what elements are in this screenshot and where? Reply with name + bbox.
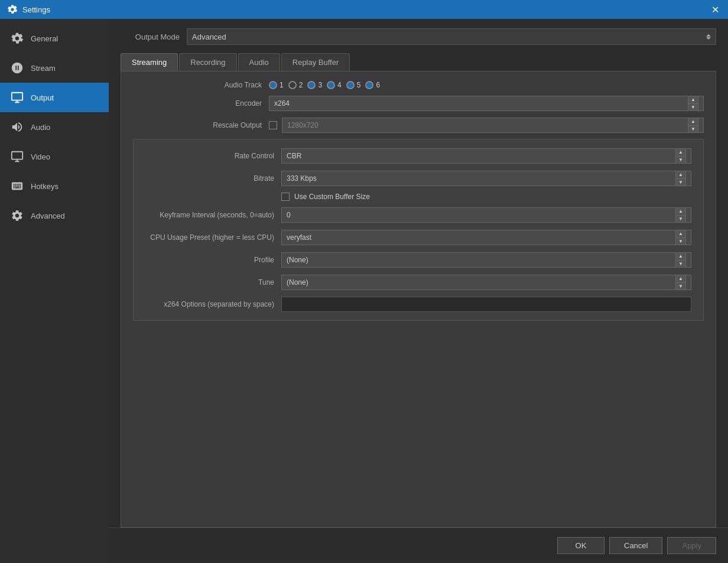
rate-control-select[interactable]: CBR ▲ ▼ [281,148,691,164]
tab-recording[interactable]: Recording [179,53,236,71]
tune-spin[interactable]: ▲ ▼ [675,275,686,290]
profile-select[interactable]: (None) ▲ ▼ [281,252,691,268]
cpu-usage-row: CPU Usage Preset (higher = less CPU) ver… [145,229,691,246]
content-area: Output Mode Advanced Streaming Recording [109,19,728,528]
cpu-usage-down[interactable]: ▼ [676,238,685,245]
output-icon [11,91,24,104]
cancel-button[interactable]: Cancel [609,537,662,554]
rate-control-value: CBR [287,152,301,160]
x264-options-row: x264 Options (separated by space) [145,297,691,312]
x264-input[interactable] [281,297,691,312]
stream-icon [11,61,24,74]
custom-buffer-checkbox[interactable] [281,193,290,201]
radio-2[interactable] [288,81,297,89]
bitrate-up[interactable]: ▲ [676,171,685,179]
radio-6[interactable] [365,81,373,89]
tune-row: Tune (None) ▲ ▼ [145,274,691,291]
bitrate-control: 333 Kbps ▲ ▼ [281,171,691,186]
sidebar-item-advanced[interactable]: Advanced [0,201,109,230]
keyframe-up[interactable]: ▲ [676,208,685,216]
bitrate-spin[interactable]: ▲ ▼ [675,171,686,186]
arrow-up-icon [706,34,711,37]
encoder-control: x264 ▲ ▼ [269,96,704,111]
profile-spin[interactable]: ▲ ▼ [675,252,686,268]
close-button[interactable]: ✕ [709,4,721,15]
track-num-1: 1 [280,81,284,89]
rescale-value: 1280x720 [287,121,318,129]
rescale-down[interactable]: ▼ [688,126,698,133]
encoder-row: Encoder x264 ▲ ▼ [133,95,704,112]
sidebar-item-video[interactable]: Video [0,142,109,171]
rate-control-up[interactable]: ▲ [676,149,685,157]
hotkeys-icon [11,180,24,193]
encoder-down[interactable]: ▼ [688,104,698,111]
radio-5[interactable] [346,81,355,89]
encoder-value: x264 [274,99,290,108]
keyframe-down[interactable]: ▼ [676,216,685,223]
rescale-up[interactable]: ▲ [688,118,698,126]
track-3[interactable]: 3 [307,81,322,89]
track-num-5: 5 [357,81,361,89]
bitrate-down[interactable]: ▼ [676,179,685,186]
rescale-row: Rescale Output 1280x720 ▲ ▼ [133,118,704,133]
sidebar-item-audio[interactable]: Audio [0,112,109,142]
audio-track-row: Audio Track 1 2 3 [133,81,704,89]
encoder-spin[interactable]: ▲ ▼ [688,96,698,111]
cpu-usage-select[interactable]: veryfast ▲ ▼ [281,230,691,245]
rate-control-spin[interactable]: ▲ ▼ [675,148,686,164]
svg-rect-3 [12,152,22,160]
radio-4[interactable] [327,81,335,89]
rescale-select[interactable]: 1280x720 ▲ ▼ [282,118,704,133]
output-mode-row: Output Mode Advanced [121,28,716,45]
cpu-usage-spin[interactable]: ▲ ▼ [675,230,686,245]
ok-button[interactable]: OK [557,537,604,554]
keyframe-input[interactable]: 0 ▲ ▼ [281,207,691,223]
bitrate-value: 333 Kbps [287,174,317,183]
sidebar-item-output[interactable]: Output [0,83,109,112]
tab-replay-buffer[interactable]: Replay Buffer [281,53,350,71]
rescale-spin[interactable]: ▲ ▼ [688,118,698,133]
profile-down[interactable]: ▼ [676,261,685,268]
encoder-up[interactable]: ▲ [688,96,698,104]
cpu-usage-up[interactable]: ▲ [676,230,685,238]
custom-buffer-label: Use Custom Buffer Size [294,193,370,201]
inner-panel: Rate Control CBR ▲ ▼ [133,139,704,321]
keyframe-spin[interactable]: ▲ ▼ [675,207,686,223]
tab-streaming[interactable]: Streaming [121,53,178,71]
tune-down[interactable]: ▼ [676,283,685,290]
sidebar: General Stream Output [0,19,109,563]
rescale-label: Rescale Output [133,121,269,129]
keyframe-value: 0 [287,211,291,219]
sidebar-item-general[interactable]: General [0,24,109,53]
track-5[interactable]: 5 [346,81,361,89]
output-mode-select[interactable]: Advanced [187,28,716,45]
radio-1[interactable] [269,81,277,89]
track-num-4: 4 [337,81,342,89]
track-num-6: 6 [376,81,380,89]
track-1[interactable]: 1 [269,81,284,89]
sidebar-label-hotkeys: Hotkeys [31,182,58,191]
rescale-checkbox[interactable] [269,121,277,129]
sidebar-label-general: General [31,34,58,43]
cpu-usage-control: veryfast ▲ ▼ [281,230,691,245]
tune-select[interactable]: (None) ▲ ▼ [281,275,691,290]
profile-up[interactable]: ▲ [676,253,685,261]
sidebar-item-hotkeys[interactable]: Hotkeys [0,171,109,201]
track-2[interactable]: 2 [288,81,303,89]
rate-control-row: Rate Control CBR ▲ ▼ [145,148,691,164]
encoder-select[interactable]: x264 ▲ ▼ [269,96,704,111]
svg-point-0 [12,67,15,69]
sidebar-item-stream[interactable]: Stream [0,53,109,83]
track-4[interactable]: 4 [327,81,342,89]
track-6[interactable]: 6 [365,81,380,89]
tab-audio[interactable]: Audio [238,53,280,71]
track-num-3: 3 [318,81,322,89]
gear-icon [11,32,24,45]
bitrate-input[interactable]: 333 Kbps ▲ ▼ [281,171,691,186]
apply-button[interactable]: Apply [667,537,716,554]
tune-up[interactable]: ▲ [676,275,685,283]
profile-row: Profile (None) ▲ ▼ [145,252,691,268]
radio-3[interactable] [307,81,316,89]
custom-buffer-row: Use Custom Buffer Size [145,193,691,201]
rate-control-down[interactable]: ▼ [676,157,685,164]
